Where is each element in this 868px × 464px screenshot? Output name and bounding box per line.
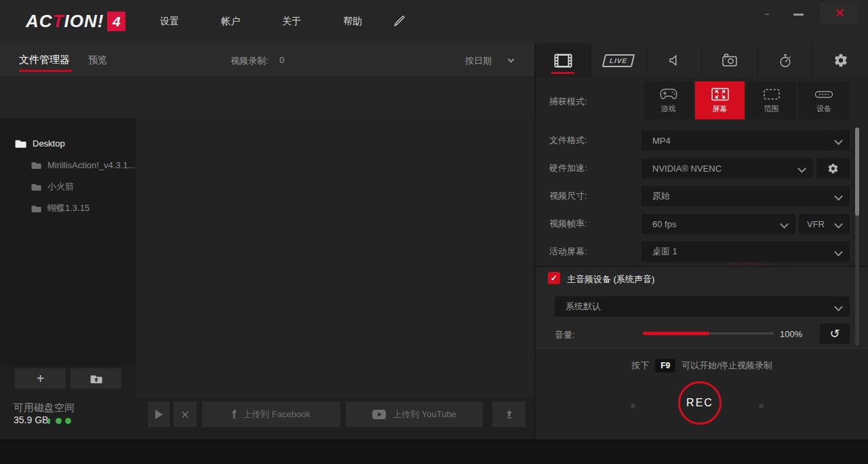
volume-slider-fill[interactable] <box>643 332 709 335</box>
chevron-down-icon <box>834 192 843 201</box>
camera-icon <box>722 53 738 68</box>
folder-icon <box>31 161 41 170</box>
audio-device-dropdown[interactable]: 系统默认 <box>555 296 850 317</box>
tab-preview[interactable]: 预览 <box>88 54 107 66</box>
x-icon: ✕ <box>180 408 189 421</box>
framerate-dropdown[interactable]: 60 fps <box>642 214 795 234</box>
folder-icon <box>15 138 26 149</box>
upload-facebook-button[interactable]: f 上传到 Facebook <box>202 402 340 427</box>
tab-settings[interactable] <box>813 43 868 77</box>
hardware-accel-dropdown[interactable]: NVIDIA® NVENC <box>642 158 813 178</box>
capture-mode-label: 捕获模式: <box>549 96 587 108</box>
framerate-value: 60 fps <box>652 219 676 229</box>
menu-account[interactable]: 帐户 <box>221 16 240 28</box>
tree-item-desktop[interactable]: Desktop <box>0 133 136 153</box>
mode-region-button[interactable]: 范围 <box>747 81 796 119</box>
file-format-value: MP4 <box>652 136 671 146</box>
framerate-mode-dropdown[interactable]: VFR <box>799 214 850 234</box>
delete-button[interactable]: ✕ <box>174 402 197 427</box>
tab-screenshots[interactable] <box>702 43 757 77</box>
tab-benchmark-timer[interactable] <box>757 43 812 77</box>
youtube-icon <box>372 410 386 419</box>
pen-icon[interactable] <box>392 14 407 28</box>
folder-tree: Desktop MirillisAction!_v4.3.1... 小火箭 蝴蝶… <box>0 118 136 366</box>
upload-facebook-label: 上传到 Facebook <box>243 408 311 421</box>
hardware-accel-label: 硬件加速: <box>549 162 587 174</box>
encoder-settings-button[interactable] <box>816 158 850 178</box>
device-capture-icon <box>814 88 834 101</box>
disk-meter-dot <box>47 419 50 424</box>
framerate-label: 视频帧率: <box>549 218 587 230</box>
minimize-button[interactable] <box>793 14 804 16</box>
video-records-label: 视频录制: <box>231 55 269 67</box>
sort-by-date-dropdown[interactable]: 按日期 <box>465 55 492 67</box>
logo-text-red: T <box>53 11 64 32</box>
tree-item[interactable]: 小火箭 <box>0 176 136 197</box>
tree-item-label: MirillisAction!_v4.3.1... <box>47 160 135 170</box>
menu-settings[interactable]: 设置 <box>160 16 179 28</box>
mode-device-button[interactable]: 设备 <box>798 81 850 119</box>
file-list-area <box>136 118 534 398</box>
audio-device-value: 系统默认 <box>566 301 601 313</box>
speaker-icon <box>667 53 682 68</box>
hotkey-hint: 按下 F9 可以开始/停止视频录制 <box>542 357 861 374</box>
menu-help[interactable]: 帮助 <box>343 16 362 28</box>
folder-row: 文件夹: C:\Users\\Desktop ... <box>0 77 534 118</box>
import-folder-button[interactable] <box>71 368 121 389</box>
chevron-down-icon <box>834 248 843 256</box>
play-icon <box>154 409 163 420</box>
active-screen-value: 桌面 1 <box>652 246 677 258</box>
video-size-dropdown[interactable]: 原始 <box>642 186 850 206</box>
rec-label: REC <box>686 397 713 409</box>
tab-live-streaming[interactable]: LIVE <box>591 43 646 77</box>
active-screen-label: 活动屏幕: <box>549 246 587 258</box>
video-size-label: 视频尺寸: <box>549 190 587 202</box>
export-button[interactable] <box>492 402 526 427</box>
mode-label: 游戏 <box>661 104 676 114</box>
tree-item[interactable]: MirillisAction!_v4.3.1... <box>0 155 136 175</box>
film-strip-icon <box>554 54 572 68</box>
mode-games-button[interactable]: 游戏 <box>644 81 693 119</box>
status-bar: 状态: 准备开始视频录制... (NVIDIA GeForce RTX 2060… <box>0 440 868 464</box>
logo-version-badge: 4 <box>107 12 125 31</box>
play-button[interactable] <box>148 402 170 427</box>
upload-youtube-label: 上传到 YouTube <box>393 408 456 421</box>
video-records-count: 0 <box>279 55 284 65</box>
active-screen-dropdown[interactable]: 桌面 1 <box>642 241 850 262</box>
dim-dot <box>631 404 635 408</box>
tray-button[interactable] <box>765 14 769 15</box>
close-button[interactable]: ✕ <box>821 1 859 24</box>
chevron-down-icon <box>780 220 789 229</box>
live-icon: LIVE <box>602 54 635 67</box>
volume-reset-button[interactable]: ↺ <box>820 324 850 344</box>
add-folder-button[interactable]: + <box>15 368 66 389</box>
volume-slider-track[interactable] <box>709 332 774 334</box>
folder-icon <box>31 204 41 213</box>
rec-button[interactable]: REC <box>678 381 722 425</box>
primary-audio-checkbox[interactable]: ✓ <box>548 272 560 284</box>
file-format-dropdown[interactable]: MP4 <box>642 130 850 151</box>
section-separator <box>536 348 868 349</box>
tab-audio-recording[interactable] <box>647 43 702 77</box>
stopwatch-icon <box>778 53 793 69</box>
disk-meter-dot <box>65 418 71 424</box>
chevron-down-icon <box>797 164 806 173</box>
facebook-icon: f <box>232 408 236 422</box>
upload-youtube-button[interactable]: 上传到 YouTube <box>346 402 483 427</box>
folder-icon <box>31 182 41 191</box>
mode-screen-button[interactable]: 屏幕 <box>695 81 745 119</box>
plus-icon: + <box>37 371 45 387</box>
tab-video-recording[interactable] <box>536 43 591 77</box>
scrollbar-thumb[interactable] <box>855 128 859 216</box>
reset-icon: ↺ <box>829 326 840 341</box>
tree-item-label: 蝴蝶1.3.15 <box>47 202 90 214</box>
framerate-mode-value: VFR <box>807 219 825 229</box>
disk-meter-dot <box>56 418 62 424</box>
hotkey-suffix: 可以开始/停止视频录制 <box>682 360 772 372</box>
screen-capture-icon <box>710 88 730 101</box>
menu-about[interactable]: 关于 <box>282 16 301 28</box>
active-tab-underline <box>19 70 72 72</box>
tab-file-manager[interactable]: 文件管理器 <box>19 54 70 66</box>
hotkey-prefix: 按下 <box>631 360 649 372</box>
tree-item[interactable]: 蝴蝶1.3.15 <box>0 198 136 218</box>
